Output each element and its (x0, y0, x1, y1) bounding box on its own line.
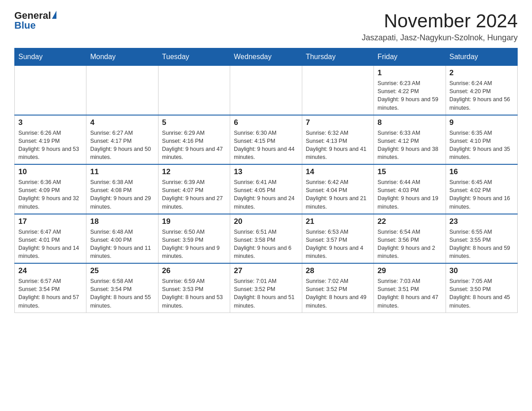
day-info: Sunrise: 6:51 AM Sunset: 3:58 PM Dayligh… (234, 228, 298, 261)
calendar-day-cell: 12Sunrise: 6:39 AM Sunset: 4:07 PM Dayli… (158, 164, 230, 214)
day-info: Sunrise: 6:33 AM Sunset: 4:12 PM Dayligh… (378, 129, 442, 162)
week-row-1: 1Sunrise: 6:23 AM Sunset: 4:22 PM Daylig… (15, 66, 518, 115)
calendar-day-cell: 8Sunrise: 6:33 AM Sunset: 4:12 PM Daylig… (374, 115, 446, 165)
weekday-header-sunday: Sunday (15, 48, 86, 66)
day-number: 4 (90, 118, 154, 127)
day-number: 18 (90, 217, 154, 226)
day-number: 30 (450, 266, 514, 275)
day-number: 24 (18, 266, 82, 275)
day-info: Sunrise: 6:30 AM Sunset: 4:15 PM Dayligh… (234, 129, 298, 162)
weekday-header-monday: Monday (86, 48, 158, 66)
day-number: 26 (162, 266, 226, 275)
day-info: Sunrise: 6:59 AM Sunset: 3:53 PM Dayligh… (162, 277, 226, 310)
day-number: 21 (306, 217, 370, 226)
weekday-header-tuesday: Tuesday (158, 48, 230, 66)
calendar-day-cell: 11Sunrise: 6:38 AM Sunset: 4:08 PM Dayli… (86, 164, 158, 214)
logo-general-text: General (14, 11, 51, 21)
calendar-day-cell: 10Sunrise: 6:36 AM Sunset: 4:09 PM Dayli… (15, 164, 86, 214)
calendar-day-cell (230, 66, 302, 115)
month-title: November 2024 (362, 11, 518, 31)
day-info: Sunrise: 7:02 AM Sunset: 3:52 PM Dayligh… (306, 277, 370, 310)
day-info: Sunrise: 6:32 AM Sunset: 4:13 PM Dayligh… (306, 129, 370, 162)
week-row-4: 17Sunrise: 6:47 AM Sunset: 4:01 PM Dayli… (15, 214, 518, 264)
calendar-day-cell: 19Sunrise: 6:50 AM Sunset: 3:59 PM Dayli… (158, 214, 230, 264)
day-number: 6 (234, 118, 298, 127)
page-header: General Blue November 2024 Jaszapati, Ja… (14, 11, 518, 43)
calendar-day-cell: 5Sunrise: 6:29 AM Sunset: 4:16 PM Daylig… (158, 115, 230, 165)
calendar-day-cell: 1Sunrise: 6:23 AM Sunset: 4:22 PM Daylig… (374, 66, 446, 115)
calendar-day-cell: 6Sunrise: 6:30 AM Sunset: 4:15 PM Daylig… (230, 115, 302, 165)
weekday-header-friday: Friday (374, 48, 446, 66)
day-info: Sunrise: 7:03 AM Sunset: 3:51 PM Dayligh… (378, 277, 442, 310)
day-number: 3 (18, 118, 82, 127)
calendar-table: SundayMondayTuesdayWednesdayThursdayFrid… (14, 48, 518, 313)
calendar-day-cell: 2Sunrise: 6:24 AM Sunset: 4:20 PM Daylig… (446, 66, 517, 115)
calendar-day-cell: 23Sunrise: 6:55 AM Sunset: 3:55 PM Dayli… (446, 214, 517, 264)
calendar-day-cell: 16Sunrise: 6:45 AM Sunset: 4:02 PM Dayli… (446, 164, 517, 214)
day-info: Sunrise: 6:54 AM Sunset: 3:56 PM Dayligh… (378, 228, 442, 261)
calendar-day-cell: 14Sunrise: 6:42 AM Sunset: 4:04 PM Dayli… (302, 164, 373, 214)
calendar-day-cell: 21Sunrise: 6:53 AM Sunset: 3:57 PM Dayli… (302, 214, 373, 264)
location-title: Jaszapati, Jasz-Nagykun-Szolnok, Hungary (362, 33, 518, 43)
calendar-day-cell: 18Sunrise: 6:48 AM Sunset: 4:00 PM Dayli… (86, 214, 158, 264)
day-info: Sunrise: 6:23 AM Sunset: 4:22 PM Dayligh… (378, 79, 442, 112)
day-number: 9 (450, 118, 514, 127)
day-number: 20 (234, 217, 298, 226)
day-info: Sunrise: 6:39 AM Sunset: 4:07 PM Dayligh… (162, 178, 226, 211)
calendar-day-cell (158, 66, 230, 115)
day-info: Sunrise: 6:58 AM Sunset: 3:54 PM Dayligh… (90, 277, 154, 310)
day-number: 7 (306, 118, 370, 127)
day-info: Sunrise: 6:38 AM Sunset: 4:08 PM Dayligh… (90, 178, 154, 211)
day-info: Sunrise: 7:01 AM Sunset: 3:52 PM Dayligh… (234, 277, 298, 310)
title-area: November 2024 Jaszapati, Jasz-Nagykun-Sz… (362, 11, 518, 43)
calendar-day-cell: 22Sunrise: 6:54 AM Sunset: 3:56 PM Dayli… (374, 214, 446, 264)
calendar-day-cell: 15Sunrise: 6:44 AM Sunset: 4:03 PM Dayli… (374, 164, 446, 214)
day-info: Sunrise: 6:36 AM Sunset: 4:09 PM Dayligh… (18, 178, 82, 211)
day-info: Sunrise: 6:50 AM Sunset: 3:59 PM Dayligh… (162, 228, 226, 261)
calendar-day-cell: 13Sunrise: 6:41 AM Sunset: 4:05 PM Dayli… (230, 164, 302, 214)
week-row-2: 3Sunrise: 6:26 AM Sunset: 4:19 PM Daylig… (15, 115, 518, 165)
calendar-day-cell (86, 66, 158, 115)
weekday-header-wednesday: Wednesday (230, 48, 302, 66)
calendar-day-cell (15, 66, 86, 115)
day-number: 14 (306, 167, 370, 176)
calendar-day-cell: 7Sunrise: 6:32 AM Sunset: 4:13 PM Daylig… (302, 115, 373, 165)
day-number: 17 (18, 217, 82, 226)
day-number: 5 (162, 118, 226, 127)
day-number: 28 (306, 266, 370, 275)
day-number: 27 (234, 266, 298, 275)
day-number: 2 (450, 68, 514, 77)
calendar-day-cell: 24Sunrise: 6:57 AM Sunset: 3:54 PM Dayli… (15, 263, 86, 313)
day-info: Sunrise: 6:27 AM Sunset: 4:17 PM Dayligh… (90, 129, 154, 162)
day-number: 22 (378, 217, 442, 226)
day-info: Sunrise: 6:44 AM Sunset: 4:03 PM Dayligh… (378, 178, 442, 211)
day-info: Sunrise: 6:45 AM Sunset: 4:02 PM Dayligh… (450, 178, 514, 211)
weekday-header-saturday: Saturday (446, 48, 517, 66)
day-info: Sunrise: 6:35 AM Sunset: 4:10 PM Dayligh… (450, 129, 514, 162)
calendar-day-cell: 28Sunrise: 7:02 AM Sunset: 3:52 PM Dayli… (302, 263, 373, 313)
day-info: Sunrise: 6:26 AM Sunset: 4:19 PM Dayligh… (18, 129, 82, 162)
calendar-day-cell: 17Sunrise: 6:47 AM Sunset: 4:01 PM Dayli… (15, 214, 86, 264)
logo-blue-text: Blue (14, 21, 36, 30)
day-info: Sunrise: 6:41 AM Sunset: 4:05 PM Dayligh… (234, 178, 298, 211)
day-info: Sunrise: 6:42 AM Sunset: 4:04 PM Dayligh… (306, 178, 370, 211)
day-info: Sunrise: 6:57 AM Sunset: 3:54 PM Dayligh… (18, 277, 82, 310)
day-number: 15 (378, 167, 442, 176)
day-number: 11 (90, 167, 154, 176)
day-number: 13 (234, 167, 298, 176)
logo: General Blue (14, 11, 56, 30)
day-number: 1 (378, 68, 442, 77)
week-row-3: 10Sunrise: 6:36 AM Sunset: 4:09 PM Dayli… (15, 164, 518, 214)
weekday-header-row: SundayMondayTuesdayWednesdayThursdayFrid… (15, 48, 518, 66)
calendar-day-cell: 9Sunrise: 6:35 AM Sunset: 4:10 PM Daylig… (446, 115, 517, 165)
week-row-5: 24Sunrise: 6:57 AM Sunset: 3:54 PM Dayli… (15, 263, 518, 313)
day-info: Sunrise: 6:29 AM Sunset: 4:16 PM Dayligh… (162, 129, 226, 162)
day-number: 8 (378, 118, 442, 127)
day-number: 12 (162, 167, 226, 176)
day-info: Sunrise: 6:24 AM Sunset: 4:20 PM Dayligh… (450, 79, 514, 112)
weekday-header-thursday: Thursday (302, 48, 373, 66)
day-info: Sunrise: 6:47 AM Sunset: 4:01 PM Dayligh… (18, 228, 82, 261)
day-info: Sunrise: 6:48 AM Sunset: 4:00 PM Dayligh… (90, 228, 154, 261)
calendar-day-cell: 29Sunrise: 7:03 AM Sunset: 3:51 PM Dayli… (374, 263, 446, 313)
calendar-day-cell: 25Sunrise: 6:58 AM Sunset: 3:54 PM Dayli… (86, 263, 158, 313)
